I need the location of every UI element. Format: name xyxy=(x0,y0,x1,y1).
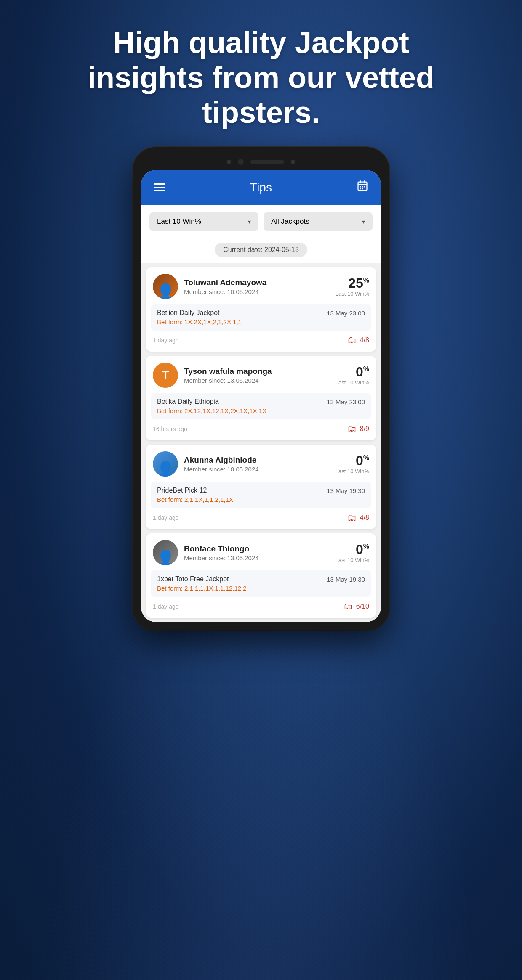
stacks: 🗂 8/9 xyxy=(347,424,369,434)
filter-jackpots[interactable]: All Jackpots ▾ xyxy=(264,212,373,231)
jackpot-name: Betlion Daily Jackpot xyxy=(157,309,220,317)
tipper-info: Toluwani Ademayowa Member since: 10.05.2… xyxy=(184,278,330,295)
jackpot-row: 1xbet Toto Free Jackpot 13 May 19:30 xyxy=(157,575,365,583)
tipper-since: Member since: 13.05.2024 xyxy=(184,377,330,384)
calendar-icon[interactable] xyxy=(357,180,368,195)
filter-jackpots-label: All Jackpots xyxy=(271,217,309,226)
time-ago: 1 day ago xyxy=(153,514,179,521)
stacks: 🗂 6/10 xyxy=(344,601,369,612)
tip-card-body: PrideBet Pick 12 13 May 19:30 Bet form: … xyxy=(151,482,371,508)
tipper-since: Member since: 10.05.2024 xyxy=(184,288,330,295)
jackpot-row: Betlion Daily Jackpot 13 May 23:00 xyxy=(157,309,365,317)
tipper-name: Toluwani Ademayowa xyxy=(184,278,330,287)
tip-card-header: T Tyson wafula maponga Member since: 13.… xyxy=(146,356,376,393)
svg-rect-2 xyxy=(362,186,363,188)
win-stat: 0% Last 10 Win% xyxy=(336,543,369,563)
stack-count: 8/9 xyxy=(360,425,369,433)
jackpot-name: Betika Daily Ethiopia xyxy=(157,398,219,405)
filter-win-label: Last 10 Win% xyxy=(157,217,201,226)
jackpot-time: 13 May 19:30 xyxy=(327,487,365,494)
tip-card-body: Betlion Daily Jackpot 13 May 23:00 Bet f… xyxy=(151,304,371,331)
bet-form: Bet form: 2,1,1,1,1X,1,1,12,12,2 xyxy=(157,585,365,592)
stacks: 🗂 4/8 xyxy=(347,512,369,523)
win-percent-value: 0% xyxy=(336,543,369,556)
win-label: Last 10 Win% xyxy=(336,291,369,297)
tipper-info: Akunna Aigbiniode Member since: 10.05.20… xyxy=(184,456,330,473)
speaker xyxy=(250,160,284,164)
hero-section: High quality Jackpot insights from our v… xyxy=(0,25,522,130)
win-stat: 25% Last 10 Win% xyxy=(336,276,369,297)
tipper-info: Bonface Thiongo Member since: 13.05.2024 xyxy=(184,544,330,562)
win-stat: 0% Last 10 Win% xyxy=(336,365,369,386)
jackpot-time: 13 May 19:30 xyxy=(327,576,365,583)
filter-win-percent[interactable]: Last 10 Win% ▾ xyxy=(149,212,258,231)
phone-mockup: Tips Last 10 Wi xyxy=(133,147,389,630)
tip-card-footer: 1 day ago 🗂 4/8 xyxy=(146,331,376,352)
chevron-down-icon: ▾ xyxy=(248,218,251,225)
stack-icon: 🗂 xyxy=(347,424,357,434)
current-date: Current date: 2024-05-13 xyxy=(215,243,307,257)
bet-form: Bet form: 2X,12,1X,12,1X,2X,1X,1X,1X xyxy=(157,407,365,414)
stack-icon: 🗂 xyxy=(344,601,353,612)
tipper-info: Tyson wafula maponga Member since: 13.05… xyxy=(184,367,330,384)
win-label: Last 10 Win% xyxy=(336,468,369,474)
tipper-since: Member since: 13.05.2024 xyxy=(184,554,330,562)
svg-rect-4 xyxy=(360,188,361,190)
tip-card-footer: 1 day ago 🗂 4/8 xyxy=(146,508,376,529)
phone-screen: Tips Last 10 Wi xyxy=(141,170,381,622)
stack-count: 6/10 xyxy=(356,603,369,610)
tip-card-header: Akunna Aigbiniode Member since: 10.05.20… xyxy=(146,445,376,482)
hamburger-line-3 xyxy=(154,190,165,191)
avatar: T xyxy=(153,363,178,388)
phone-frame: Tips Last 10 Wi xyxy=(133,147,389,630)
win-label: Last 10 Win% xyxy=(336,379,369,386)
chevron-down-icon-2: ▾ xyxy=(362,218,365,225)
tipper-name: Tyson wafula maponga xyxy=(184,367,330,376)
tip-card[interactable]: T Tyson wafula maponga Member since: 13.… xyxy=(146,356,376,440)
stack-count: 4/8 xyxy=(360,514,369,522)
bet-form: Bet form: 2,1,1X,1,1,2,1,1X xyxy=(157,496,365,503)
tip-card[interactable]: Bonface Thiongo Member since: 13.05.2024… xyxy=(146,533,376,618)
win-stat: 0% Last 10 Win% xyxy=(336,454,369,474)
tip-card-body: 1xbet Toto Free Jackpot 13 May 19:30 Bet… xyxy=(151,570,371,597)
avatar xyxy=(153,274,178,299)
app-title: Tips xyxy=(250,181,272,194)
avatar xyxy=(153,451,178,477)
jackpot-row: PrideBet Pick 12 13 May 19:30 xyxy=(157,487,365,494)
tip-card-footer: 1 day ago 🗂 6/10 xyxy=(146,597,376,618)
notch-dot-right xyxy=(291,160,295,164)
tip-card-header: Bonface Thiongo Member since: 13.05.2024… xyxy=(146,533,376,570)
tipper-since: Member since: 10.05.2024 xyxy=(184,466,330,473)
time-ago: 1 day ago xyxy=(153,603,179,610)
hamburger-line-2 xyxy=(154,187,165,188)
hamburger-button[interactable] xyxy=(154,183,165,191)
bet-form: Bet form: 1X,2X,1X,2,1,2X,1,1 xyxy=(157,318,365,326)
time-ago: 16 hours ago xyxy=(153,426,187,432)
date-bar: Current date: 2024-05-13 xyxy=(141,238,381,263)
win-percent-value: 0% xyxy=(336,365,369,379)
notch-dot-left xyxy=(227,160,231,164)
svg-rect-1 xyxy=(360,186,361,188)
stacks: 🗂 4/8 xyxy=(347,335,369,346)
tip-card-header: Toluwani Ademayowa Member since: 10.05.2… xyxy=(146,267,376,304)
tip-card-body: Betika Daily Ethiopia 13 May 23:00 Bet f… xyxy=(151,393,371,419)
jackpot-time: 13 May 23:00 xyxy=(327,398,365,405)
stack-icon: 🗂 xyxy=(347,512,357,523)
hero-title: High quality Jackpot insights from our v… xyxy=(51,25,471,130)
jackpot-name: 1xbet Toto Free Jackpot xyxy=(157,575,229,583)
svg-rect-3 xyxy=(364,186,365,188)
stack-icon: 🗂 xyxy=(347,335,357,346)
jackpot-time: 13 May 23:00 xyxy=(327,310,365,317)
tip-card[interactable]: Akunna Aigbiniode Member since: 10.05.20… xyxy=(146,445,376,529)
jackpot-name: PrideBet Pick 12 xyxy=(157,487,207,494)
win-percent-value: 0% xyxy=(336,454,369,467)
stack-count: 4/8 xyxy=(360,336,369,344)
jackpot-row: Betika Daily Ethiopia 13 May 23:00 xyxy=(157,398,365,405)
win-percent-value: 25% xyxy=(336,276,369,290)
tip-card[interactable]: Toluwani Ademayowa Member since: 10.05.2… xyxy=(146,267,376,352)
hamburger-line-1 xyxy=(154,183,165,185)
filter-bar: Last 10 Win% ▾ All Jackpots ▾ xyxy=(141,205,381,238)
tipper-name: Bonface Thiongo xyxy=(184,544,330,554)
time-ago: 1 day ago xyxy=(153,337,179,344)
app-header: Tips xyxy=(141,170,381,205)
